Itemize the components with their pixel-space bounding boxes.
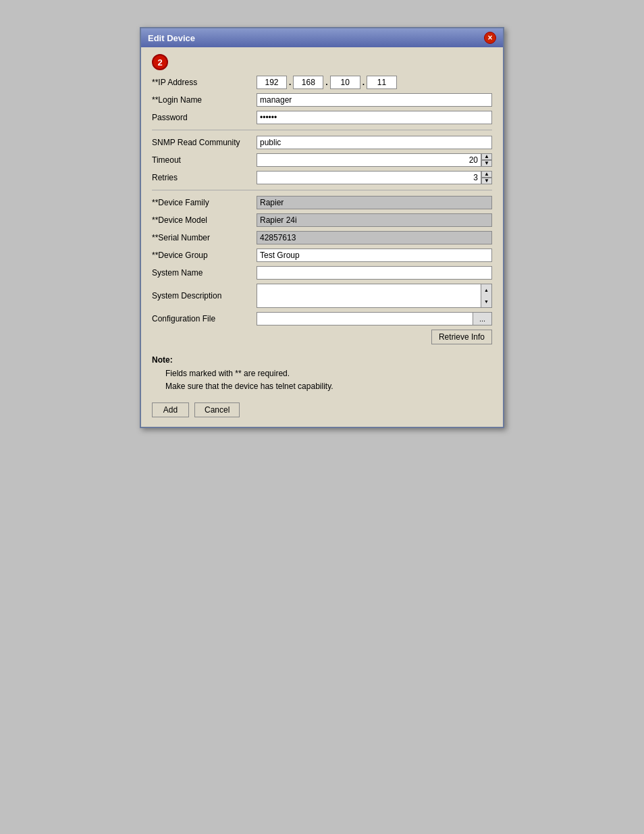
device-group-select-wrap: Test Group Default Group [257,249,492,262]
retries-up-button[interactable]: ▲ [481,171,492,178]
config-file-wrap: ... [257,312,492,325]
snmp-label: SNMP Read Community [152,138,257,147]
timeout-input[interactable] [257,153,481,167]
password-input[interactable] [257,111,492,124]
system-name-row: System Name [152,266,492,280]
retries-spinner-wrap: ▲ ▼ [257,171,492,184]
badge-number: 2 [157,57,162,68]
ip-octet-1[interactable] [257,76,287,89]
timeout-up-button[interactable]: ▲ [481,153,492,160]
timeout-label: Timeout [152,155,257,165]
system-desc-label: System Description [152,291,257,301]
serial-number-label: **Serial Number [152,233,257,242]
note-section: Note: Fields marked with ** are required… [152,351,492,393]
timeout-row: Timeout ▲ ▼ [152,153,492,167]
ip-dot-3: . [363,78,365,87]
retries-row: Retries ▲ ▼ [152,171,492,184]
note-line-2: Make sure that the device has telnet cap… [165,380,492,393]
timeout-spinner-wrap: ▲ ▼ [257,153,492,167]
snmp-input[interactable] [257,136,492,149]
add-button[interactable]: Add [152,402,189,417]
device-model-input [257,213,492,227]
system-desc-wrap: ▲ ▼ [257,284,492,308]
retries-down-button[interactable]: ▼ [481,178,492,184]
scrollbar-up-button[interactable]: ▲ [481,284,491,296]
system-desc-textarea[interactable] [257,284,481,308]
system-name-label: System Name [152,268,257,278]
config-file-input[interactable] [257,312,473,325]
close-icon: × [487,33,492,43]
login-name-row: **Login Name [152,93,492,107]
timeout-spinner-buttons: ▲ ▼ [481,153,492,167]
device-group-select[interactable]: Test Group Default Group [257,249,492,262]
snmp-row: SNMP Read Community [152,136,492,149]
divider-2 [152,190,492,190]
serial-number-input [257,231,492,244]
config-file-label: Configuration File [152,314,257,323]
browse-label: ... [479,315,485,323]
badge-icon: 2 [152,54,168,70]
cancel-button[interactable]: Cancel [194,402,240,417]
retries-spinner-buttons: ▲ ▼ [481,171,492,184]
device-group-label: **Device Group [152,251,257,260]
password-row: Password [152,111,492,124]
system-desc-row: System Description ▲ ▼ [152,284,492,308]
device-family-input [257,196,492,209]
serial-number-row: **Serial Number [152,231,492,244]
ip-address-group: . . . [257,76,492,89]
close-button[interactable]: × [484,32,496,44]
dialog-titlebar: Edit Device × [141,28,503,47]
divider-1 [152,130,492,130]
password-label: Password [152,113,257,122]
device-family-row: **Device Family [152,196,492,209]
retries-label: Retries [152,173,257,182]
retries-input[interactable] [257,171,481,184]
ip-octet-2[interactable] [293,76,323,89]
note-line-1: Fields marked with ** are required. [165,367,492,380]
ip-octet-4[interactable] [367,76,397,89]
bottom-buttons: Add Cancel [152,402,492,417]
edit-device-dialog: Edit Device × 2 **IP Address . . . **Log [140,27,504,428]
device-model-row: **Device Model [152,213,492,227]
ip-dot-2: . [325,78,327,87]
ip-address-row: **IP Address . . . [152,76,492,89]
timeout-down-button[interactable]: ▼ [481,160,492,167]
note-title: Note: [152,355,492,365]
login-name-label: **Login Name [152,95,257,105]
device-model-label: **Device Model [152,215,257,225]
device-family-label: **Device Family [152,198,257,207]
dialog-body: 2 **IP Address . . . **Login Name Passwo… [141,47,503,427]
dialog-title: Edit Device [148,33,195,43]
system-desc-scrollbar: ▲ ▼ [481,284,492,308]
retrieve-info-button[interactable]: Retrieve Info [431,330,492,344]
ip-address-label: **IP Address [152,78,257,87]
ip-octet-3[interactable] [330,76,360,89]
device-group-row: **Device Group Test Group Default Group [152,249,492,262]
browse-button[interactable]: ... [473,312,492,325]
login-name-input[interactable] [257,93,492,107]
system-name-input[interactable] [257,266,492,280]
ip-dot-1: . [289,78,291,87]
config-file-row: Configuration File ... [152,312,492,325]
retrieve-row: Retrieve Info [152,330,492,344]
scrollbar-down-button[interactable]: ▼ [481,296,491,307]
